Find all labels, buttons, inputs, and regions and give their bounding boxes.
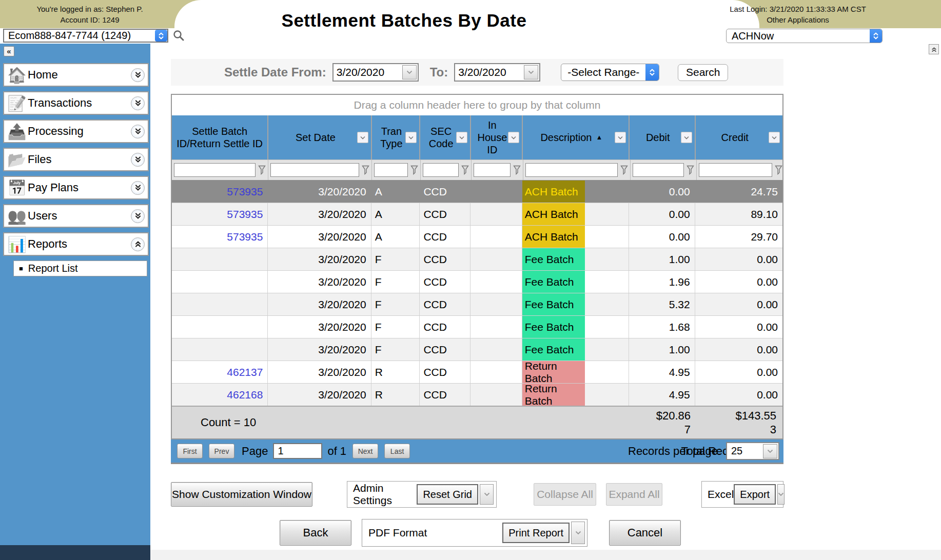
sidebar-item-processing[interactable]: 📤Processing xyxy=(3,119,149,143)
filter-funnel-icon[interactable] xyxy=(687,165,694,175)
table-row[interactable]: 3/20/2020FCCDFee Batch1.000.00 xyxy=(172,248,782,270)
chevrons-down-icon[interactable] xyxy=(131,153,145,167)
sidebar-item-pay-plans[interactable]: 📅Pay Plans xyxy=(3,176,149,199)
filter-funnel-icon[interactable] xyxy=(258,165,266,175)
table-row[interactable]: 4621683/20/2020RCCDReturn Batch4.950.00 xyxy=(172,383,782,406)
table-row[interactable]: 3/20/2020FCCDFee Batch1.680.00 xyxy=(172,315,782,338)
table-row[interactable]: 5739353/20/2020ACCDACH Batch0.0029.70 xyxy=(172,225,782,248)
column-filter-input[interactable] xyxy=(270,163,359,177)
first-page-button[interactable]: First xyxy=(177,444,203,458)
group-by-hint[interactable]: Drag a column header here to group by th… xyxy=(172,95,782,115)
next-page-button[interactable]: Next xyxy=(352,444,378,458)
column-filter-input[interactable] xyxy=(174,163,256,177)
stepper-icon[interactable] xyxy=(645,64,659,81)
filter-funnel-icon[interactable] xyxy=(461,165,469,175)
column-filter-input[interactable] xyxy=(699,163,772,177)
date-to-field[interactable] xyxy=(454,63,540,82)
column-header-description[interactable]: Description▲ xyxy=(522,115,629,159)
prev-page-button[interactable]: Prev xyxy=(209,444,234,458)
column-filter-input[interactable] xyxy=(423,163,459,177)
table-row[interactable]: 5739353/20/2020ACCDACH Batch0.0024.75 xyxy=(172,180,782,203)
sidebar-item-reports[interactable]: 📊Reports xyxy=(3,232,149,256)
column-filter-dropdown-icon[interactable] xyxy=(456,132,467,143)
print-report-button[interactable]: Print Report xyxy=(502,523,570,543)
chevron-down-icon[interactable] xyxy=(763,444,777,458)
column-header-sec-code[interactable]: SEC Code xyxy=(419,115,470,159)
chevrons-down-icon[interactable] xyxy=(131,96,145,110)
print-format-value[interactable]: PDF Format xyxy=(364,527,502,539)
batch-id-link[interactable]: 573935 xyxy=(227,231,263,243)
account-selector[interactable]: Ecom888-847-7744 (1249) xyxy=(3,29,168,43)
batch-id-link[interactable]: 573935 xyxy=(227,208,263,221)
show-customization-button[interactable]: Show Customization Window xyxy=(171,482,312,507)
settle-batch-id-cell: 573935 xyxy=(172,203,267,225)
search-button[interactable]: Search xyxy=(678,64,728,81)
stepper-icon[interactable] xyxy=(870,29,882,43)
table-row[interactable]: 3/20/2020FCCDFee Batch5.320.00 xyxy=(172,293,782,315)
column-header-settle-batch-id-return-settle-id[interactable]: Settle Batch ID/Return Settle ID xyxy=(172,115,267,159)
column-header-credit[interactable]: Credit xyxy=(695,115,782,159)
sidebar-collapse-button[interactable]: « xyxy=(4,46,14,56)
sidebar-item-users[interactable]: 👥Users xyxy=(3,204,149,228)
table-row[interactable]: 5739353/20/2020ACCDACH Batch0.0089.10 xyxy=(172,203,782,225)
application-selector[interactable]: ACHNow xyxy=(726,29,883,43)
table-row[interactable]: 3/20/2020FCCDFee Batch1.000.00 xyxy=(172,338,782,361)
batch-id-link[interactable]: 462168 xyxy=(227,389,263,401)
column-filter-input[interactable] xyxy=(374,163,408,177)
column-header-set-date[interactable]: Set Date xyxy=(267,115,370,159)
sidebar-item-report-list[interactable]: ■Report List xyxy=(13,261,147,276)
column-filter-input[interactable] xyxy=(474,163,511,177)
column-filter-input[interactable] xyxy=(525,163,618,177)
collapse-all-button[interactable]: Collapse All xyxy=(534,483,596,506)
column-filter-input[interactable] xyxy=(633,163,684,177)
chevron-down-icon[interactable] xyxy=(777,484,785,505)
table-row[interactable]: 3/20/2020FCCDFee Batch1.960.00 xyxy=(172,270,782,293)
column-filter-dropdown-icon[interactable] xyxy=(769,132,780,143)
page-number-input[interactable] xyxy=(273,443,322,459)
chevrons-down-icon[interactable] xyxy=(131,209,145,223)
export-button[interactable]: Export xyxy=(734,484,776,505)
collapse-panel-button[interactable] xyxy=(929,44,939,54)
reset-grid-button[interactable]: Reset Grid xyxy=(417,484,478,505)
batch-id-link[interactable]: 462137 xyxy=(227,366,263,378)
records-per-page-select[interactable]: 25 xyxy=(726,442,779,460)
sidebar-item-transactions[interactable]: 📝Transactions xyxy=(3,91,149,115)
stepper-icon[interactable] xyxy=(155,30,167,42)
chevrons-down-icon[interactable] xyxy=(131,181,145,195)
last-page-button[interactable]: Last xyxy=(384,444,410,458)
sidebar-item-files[interactable]: 📂Files xyxy=(3,148,149,171)
filter-funnel-icon[interactable] xyxy=(620,165,628,175)
select-range-dropdown[interactable]: -Select Range- xyxy=(561,64,659,81)
date-from-field[interactable] xyxy=(332,63,419,82)
table-row[interactable]: 4621373/20/2020RCCDReturn Batch4.950.00 xyxy=(172,361,782,383)
date-to-input[interactable] xyxy=(455,66,524,78)
filter-funnel-icon[interactable] xyxy=(362,165,369,175)
column-filter-dropdown-icon[interactable] xyxy=(405,132,417,143)
batch-id-link[interactable]: 573935 xyxy=(227,186,263,198)
column-filter-dropdown-icon[interactable] xyxy=(681,132,692,143)
filter-funnel-icon[interactable] xyxy=(775,165,782,175)
sidebar-item-home[interactable]: 🏠Home xyxy=(3,63,149,87)
chevron-down-icon[interactable] xyxy=(524,65,538,79)
sort-ascending-icon: ▲ xyxy=(596,131,602,144)
expand-all-button[interactable]: Expand All xyxy=(606,483,662,506)
column-header-tran-type[interactable]: Tran Type xyxy=(371,115,420,159)
chevrons-up-icon[interactable] xyxy=(131,237,145,251)
column-header-debit[interactable]: Debit xyxy=(629,115,695,159)
filter-funnel-icon[interactable] xyxy=(513,165,521,175)
column-header-in-house-id[interactable]: In House ID xyxy=(470,115,522,159)
chevrons-down-icon[interactable] xyxy=(131,68,145,82)
chevron-down-icon[interactable] xyxy=(402,65,417,79)
search-icon[interactable] xyxy=(172,29,185,44)
chevron-down-icon[interactable] xyxy=(480,484,494,505)
back-button[interactable]: Back xyxy=(280,520,351,546)
cancel-button[interactable]: Cancel xyxy=(609,520,681,546)
date-from-input[interactable] xyxy=(334,66,402,78)
column-filter-dropdown-icon[interactable] xyxy=(615,132,626,143)
bottom-strip xyxy=(150,550,941,560)
filter-funnel-icon[interactable] xyxy=(410,165,418,175)
column-filter-dropdown-icon[interactable] xyxy=(357,132,368,143)
column-filter-dropdown-icon[interactable] xyxy=(508,132,519,143)
chevron-down-icon[interactable] xyxy=(571,522,585,544)
chevrons-down-icon[interactable] xyxy=(131,125,145,138)
